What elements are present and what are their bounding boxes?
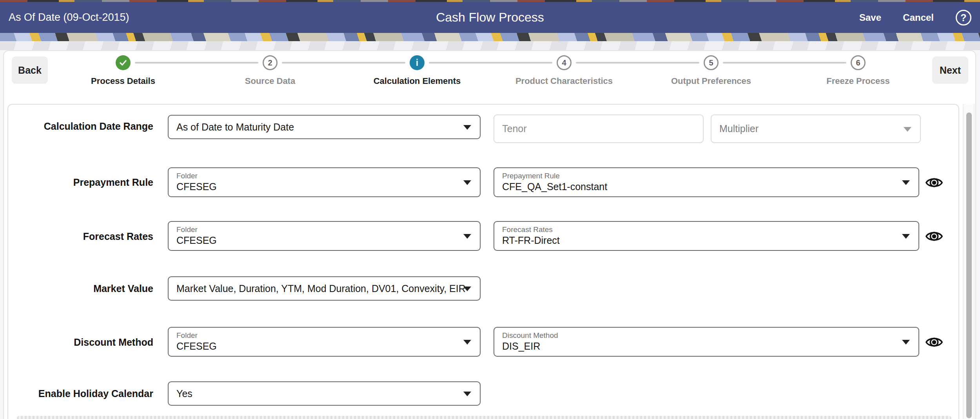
folder-mini-label: Folder <box>176 332 456 339</box>
forecast-folder-select[interactable]: Folder CFESEG <box>168 221 481 251</box>
caret-down-icon <box>902 340 910 345</box>
market-value-label: Market Value <box>20 282 153 295</box>
step-number: 5 <box>704 55 719 70</box>
step-label: Process Details <box>53 76 194 86</box>
step-label: Product Characteristics <box>494 76 635 86</box>
caret-down-icon <box>904 127 911 132</box>
decorative-banner-fade <box>0 41 980 50</box>
step-label: Source Data <box>200 76 341 86</box>
scrollbar-thumb[interactable] <box>966 112 972 418</box>
folder-mini-label: Folder <box>176 172 456 180</box>
prepayment-rule-mini-label: Prepayment Rule <box>502 172 895 180</box>
caret-down-icon <box>902 180 910 185</box>
step-freeze-process[interactable]: 6 Freeze Process <box>788 55 929 86</box>
step-process-details[interactable]: Process Details <box>53 55 194 86</box>
calculation-date-range-value: As of Date to Maturity Date <box>176 122 294 133</box>
back-button[interactable]: Back <box>12 56 48 84</box>
check-icon <box>116 55 131 70</box>
market-value-value: Market Value, Duration, YTM, Mod Duratio… <box>176 283 466 294</box>
info-icon: i <box>410 55 425 70</box>
prepayment-rule-label: Prepayment Rule <box>20 176 153 189</box>
forecast-rates-mini-label: Forecast Rates <box>502 226 895 233</box>
prepayment-rule-preview-eye-icon[interactable] <box>925 174 943 192</box>
cancel-button[interactable]: Cancel <box>903 2 934 33</box>
caret-down-icon <box>463 234 471 239</box>
multiplier-select[interactable]: Multiplier <box>711 114 921 143</box>
caret-down-icon <box>463 392 471 396</box>
process-wizard-card: Back Next Process Details 2 Source Data … <box>3 50 976 419</box>
forecast-rates-select[interactable]: Forecast Rates RT-FR-Direct <box>494 221 919 251</box>
discount-folder-select[interactable]: Folder CFESEG <box>168 327 481 357</box>
folder-value: CFESEG <box>176 341 456 352</box>
calculation-date-range-label: Calculation Date Range <box>20 120 153 133</box>
forecast-rates-value: RT-FR-Direct <box>502 235 895 246</box>
caret-down-icon <box>463 340 471 345</box>
enable-holiday-calendar-select[interactable]: Yes <box>168 381 481 406</box>
forecast-rates-label: Forecast Rates <box>20 230 153 243</box>
step-label: Output Preferences <box>641 76 782 86</box>
caret-down-icon <box>463 180 471 185</box>
prepayment-folder-select[interactable]: Folder CFESEG <box>168 167 481 197</box>
step-product-characteristics[interactable]: 4 Product Characteristics <box>494 55 635 86</box>
step-label: Freeze Process <box>788 76 929 86</box>
help-glyph: ? <box>960 12 966 24</box>
prepayment-rule-value: CFE_QA_Set1-constant <box>502 181 895 192</box>
caret-down-icon <box>902 234 910 239</box>
step-number: 4 <box>557 55 572 70</box>
page-title: Cash Flow Process <box>0 2 980 33</box>
caret-down-icon <box>463 287 471 291</box>
folder-value: CFESEG <box>176 235 456 246</box>
discount-method-value: DIS_EIR <box>502 341 895 352</box>
calculation-elements-form: Calculation Date Range As of Date to Mat… <box>7 104 959 419</box>
scrollbar[interactable] <box>963 104 975 419</box>
step-source-data[interactable]: 2 Source Data <box>200 55 341 86</box>
discount-method-label: Discount Method <box>20 336 153 349</box>
discount-method-mini-label: Discount Method <box>502 332 895 339</box>
enable-holiday-calendar-value: Yes <box>176 388 192 399</box>
forecast-rates-preview-eye-icon[interactable] <box>925 227 943 245</box>
discount-method-select[interactable]: Discount Method DIS_EIR <box>494 327 919 357</box>
step-number: 6 <box>851 55 866 70</box>
help-icon[interactable]: ? <box>956 10 971 25</box>
folder-value: CFESEG <box>176 181 456 192</box>
step-output-preferences[interactable]: 5 Output Preferences <box>641 55 782 86</box>
decorative-banner-pattern <box>0 33 980 41</box>
app-header: As Of Date (09-Oct-2015) Cash Flow Proce… <box>0 2 980 33</box>
step-number: 2 <box>263 55 278 70</box>
cut-off-section-edge <box>17 416 951 419</box>
multiplier-placeholder: Multiplier <box>719 123 759 134</box>
market-value-select[interactable]: Market Value, Duration, YTM, Mod Duratio… <box>168 276 481 301</box>
step-calculation-elements[interactable]: i Calculation Elements <box>347 55 488 86</box>
next-button[interactable]: Next <box>932 56 968 84</box>
save-button[interactable]: Save <box>859 2 881 33</box>
prepayment-rule-select[interactable]: Prepayment Rule CFE_QA_Set1-constant <box>494 167 919 197</box>
caret-down-icon <box>463 125 471 130</box>
tenor-input[interactable] <box>494 114 704 143</box>
calculation-date-range-select[interactable]: As of Date to Maturity Date <box>168 115 481 139</box>
discount-method-preview-eye-icon[interactable] <box>925 333 943 351</box>
enable-holiday-calendar-label: Enable Holiday Calendar <box>20 387 153 400</box>
step-label: Calculation Elements <box>347 76 488 86</box>
folder-mini-label: Folder <box>176 226 456 233</box>
